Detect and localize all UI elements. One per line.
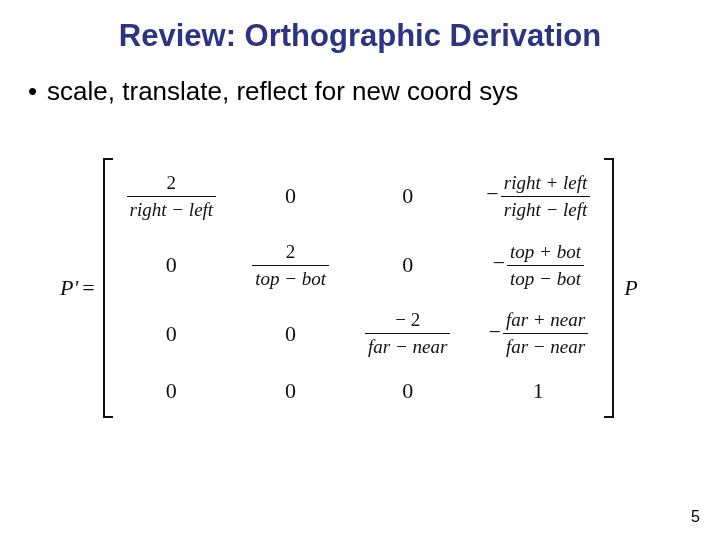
matrix-cell: − top + bot top − bot: [468, 231, 608, 300]
matrix-cell: 0: [109, 368, 235, 414]
matrix-cell: − 2 far − near: [347, 299, 468, 368]
matrix-cell: 0: [347, 231, 468, 300]
fraction-bar: [127, 196, 217, 197]
minus-sign: −: [486, 181, 498, 206]
fraction: right + left right − left: [501, 172, 591, 221]
matrix-row: 0 2 top − bot 0 − top + bot top − bot: [109, 231, 609, 300]
bullet-dot: •: [28, 78, 37, 104]
page-number: 5: [691, 508, 700, 526]
lhs-P-prime: P': [60, 275, 78, 301]
fraction: top + bot top − bot: [507, 241, 584, 290]
fraction-numerator: far + near: [503, 309, 588, 331]
matrix-cell: − far + near far − near: [468, 299, 608, 368]
fraction-denominator: right − left: [127, 199, 217, 221]
fraction-bar: [501, 196, 591, 197]
equals-sign: =: [82, 275, 94, 301]
matrix-row: 0 0 0 1: [109, 368, 609, 414]
matrix-cell: − right + left right − left: [468, 162, 608, 231]
matrix-cell: 0: [234, 368, 347, 414]
matrix-cell: 2 top − bot: [234, 231, 347, 300]
fraction-denominator: far − near: [503, 336, 588, 358]
matrix-cell: 0: [234, 162, 347, 231]
fraction-bar: [507, 265, 584, 266]
bracket-left: [99, 158, 109, 418]
matrix-row: 0 0 − 2 far − near − far + near far − ne…: [109, 299, 609, 368]
bullet-row: • scale, translate, reflect for new coor…: [0, 76, 720, 107]
fraction: 2 top − bot: [252, 241, 329, 290]
fraction: − 2 far − near: [365, 309, 450, 358]
matrix-cell: 0: [109, 299, 235, 368]
matrix-cell: 1: [468, 368, 608, 414]
fraction-numerator: top + bot: [507, 241, 584, 263]
matrix-row: 2 right − left 0 0 − right + left right …: [109, 162, 609, 231]
matrix-cell: 0: [347, 368, 468, 414]
fraction-numerator: − 2: [365, 309, 450, 331]
fraction: 2 right − left: [127, 172, 217, 221]
slide-title: Review: Orthographic Derivation: [0, 0, 720, 54]
fraction-bar: [252, 265, 329, 266]
matrix-cell: 0: [347, 162, 468, 231]
matrix-cell: 2 right − left: [109, 162, 235, 231]
fraction-bar: [503, 333, 588, 334]
slide: Review: Orthographic Derivation • scale,…: [0, 0, 720, 540]
bracket-right: [608, 158, 618, 418]
rhs-P: P: [624, 275, 637, 301]
fraction: far + near far − near: [503, 309, 588, 358]
matrix-cell: 0: [234, 299, 347, 368]
matrix: 2 right − left 0 0 − right + left right …: [109, 162, 609, 414]
equation: P' = 2 right − left 0 0 − right + left: [60, 158, 638, 418]
fraction-bar: [365, 333, 450, 334]
matrix-cell: 0: [109, 231, 235, 300]
fraction-numerator: 2: [252, 241, 329, 263]
fraction-denominator: far − near: [365, 336, 450, 358]
bullet-text: scale, translate, reflect for new coord …: [47, 76, 518, 107]
minus-sign: −: [488, 319, 500, 344]
fraction-numerator: 2: [127, 172, 217, 194]
minus-sign: −: [493, 250, 505, 275]
fraction-denominator: top − bot: [507, 268, 584, 290]
fraction-denominator: top − bot: [252, 268, 329, 290]
fraction-numerator: right + left: [501, 172, 591, 194]
fraction-denominator: right − left: [501, 199, 591, 221]
